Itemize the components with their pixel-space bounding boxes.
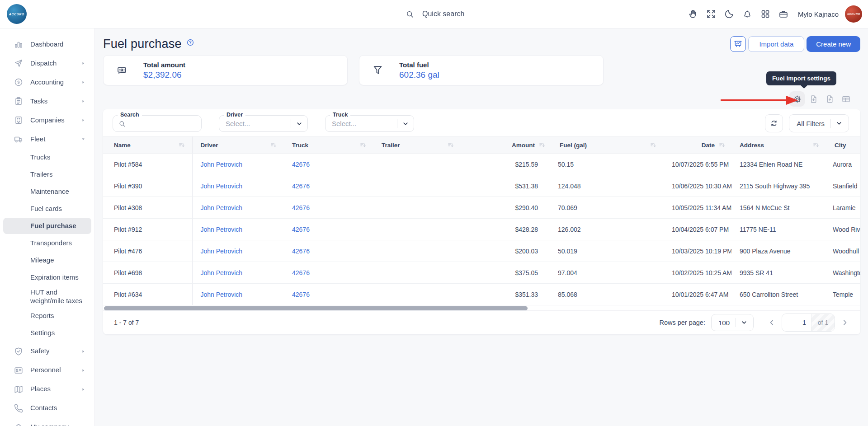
- sort-filter-icon[interactable]: [812, 141, 820, 149]
- truck-link[interactable]: 42676: [292, 291, 310, 298]
- rows-per-page-select[interactable]: 100: [711, 314, 754, 331]
- sort-filter-icon[interactable]: [178, 141, 186, 149]
- truck-link[interactable]: 42676: [292, 248, 310, 255]
- sidebar-item-fuel-purchase[interactable]: Fuel purchase: [3, 218, 91, 234]
- cell-fuel: 70.069: [552, 197, 664, 219]
- cell-truck: 42676: [284, 175, 373, 197]
- driver-link[interactable]: John Petrovich: [201, 248, 243, 255]
- search-input[interactable]: [126, 120, 201, 127]
- indent-spacer: [14, 311, 24, 321]
- import-file-button[interactable]: [806, 91, 821, 107]
- sidebar-item-fuel-cards[interactable]: Fuel cards: [3, 201, 91, 217]
- driver-link[interactable]: John Petrovich: [201, 226, 243, 233]
- driver-link[interactable]: John Petrovich: [201, 291, 243, 298]
- user-name[interactable]: Mylo Kajnaco: [798, 10, 839, 18]
- driver-select[interactable]: Driver Select...: [219, 115, 308, 132]
- drawer-button[interactable]: [778, 9, 789, 19]
- fullscreen-button[interactable]: [706, 9, 717, 19]
- sidebar-item-transponders[interactable]: Transponders: [3, 235, 91, 251]
- column-header-city[interactable]: City: [826, 137, 860, 154]
- table-row[interactable]: Pilot #308John Petrovich42676$290.4070.0…: [103, 197, 860, 219]
- quick-search-input[interactable]: [422, 10, 531, 18]
- truck-link[interactable]: 42676: [292, 183, 310, 190]
- import-data-button[interactable]: Import data: [748, 36, 804, 52]
- table-row[interactable]: Pilot #584John Petrovich42676$215.5950.1…: [103, 154, 860, 175]
- driver-link[interactable]: John Petrovich: [201, 269, 243, 276]
- sort-filter-icon[interactable]: [270, 141, 278, 149]
- sidebar-item-dashboard[interactable]: Dashboard: [3, 35, 91, 53]
- truck-link[interactable]: 42676: [292, 269, 310, 276]
- horizontal-scrollbar-thumb[interactable]: [104, 306, 528, 310]
- sort-filter-icon[interactable]: [718, 141, 726, 149]
- sidebar-item-safety[interactable]: Safety: [3, 342, 91, 360]
- column-header-amount[interactable]: Amount: [461, 137, 552, 154]
- sidebar-item-companies[interactable]: Companies: [3, 111, 91, 129]
- all-filters-dropdown[interactable]: All Filters: [789, 114, 849, 132]
- driver-link[interactable]: John Petrovich: [201, 161, 243, 168]
- export-file-button[interactable]: [822, 91, 837, 107]
- table-row[interactable]: Pilot #912John Petrovich42676$428.28126.…: [103, 219, 860, 240]
- truck-link[interactable]: 42676: [292, 226, 310, 233]
- table-row[interactable]: Pilot #634John Petrovich42676$351.3385.0…: [103, 284, 860, 305]
- column-header-truck[interactable]: Truck: [284, 137, 373, 154]
- sidebar-item-mileage[interactable]: Mileage: [3, 252, 91, 268]
- chevron-down-icon[interactable]: [295, 120, 303, 128]
- bell-button[interactable]: [742, 9, 753, 19]
- moon-button[interactable]: [724, 9, 735, 19]
- truck-select[interactable]: Truck Select...: [325, 115, 414, 132]
- table-row[interactable]: Pilot #390John Petrovich42676$531.38124.…: [103, 175, 860, 197]
- topbar-icons: [688, 9, 789, 19]
- create-new-button[interactable]: Create new: [807, 36, 860, 52]
- sort-filter-icon[interactable]: [447, 141, 455, 149]
- truck-link[interactable]: 42676: [292, 161, 310, 168]
- driver-link[interactable]: John Petrovich: [201, 183, 243, 190]
- stats-toggle-button[interactable]: [730, 36, 746, 52]
- sidebar-item-trucks[interactable]: Trucks: [3, 149, 91, 165]
- table-row[interactable]: Pilot #476John Petrovich42676$200.0350.0…: [103, 240, 860, 262]
- sidebar-item-reports[interactable]: Reports: [3, 308, 91, 324]
- hand-button[interactable]: [688, 9, 698, 19]
- sidebar-item-tasks[interactable]: Tasks: [3, 92, 91, 110]
- sidebar-item-dispatch[interactable]: Dispatch: [3, 54, 91, 72]
- chevron-down-icon[interactable]: [835, 119, 843, 127]
- sidebar-item-trailers[interactable]: Trailers: [3, 166, 91, 183]
- sidebar-item-my-company[interactable]: My company: [3, 418, 91, 426]
- sidebar-item-label: Transponders: [30, 239, 72, 248]
- refresh-button[interactable]: [765, 114, 783, 132]
- truck-link[interactable]: 42676: [292, 204, 310, 211]
- sidebar-item-settings[interactable]: Settings: [3, 325, 91, 342]
- column-header-date[interactable]: Date: [664, 137, 731, 154]
- indent-spacer: [14, 238, 24, 248]
- sidebar-item-hut-and-weight-mile-taxes[interactable]: HUT and weight/mile taxes: [3, 286, 91, 307]
- app-logo[interactable]: ACCURO: [7, 4, 27, 24]
- page-input[interactable]: [782, 314, 811, 331]
- column-settings-button[interactable]: [838, 91, 854, 107]
- column-header-address[interactable]: Address: [731, 137, 826, 154]
- chevron-down-icon[interactable]: [740, 318, 748, 327]
- help-icon[interactable]: [186, 38, 194, 47]
- sort-filter-icon[interactable]: [359, 141, 367, 149]
- sidebar-item-maintenance[interactable]: Maintenance: [3, 183, 91, 200]
- sort-filter-icon[interactable]: [650, 141, 657, 149]
- sort-filter-icon[interactable]: [538, 141, 546, 149]
- column-header-name[interactable]: Name: [103, 137, 192, 154]
- sidebar-item-personnel[interactable]: Personnel: [3, 361, 91, 379]
- sidebar-item-expiration-items[interactable]: Expiration items: [3, 269, 91, 286]
- apps-grid-button[interactable]: [760, 9, 771, 19]
- search-field[interactable]: Search: [113, 115, 202, 132]
- sidebar-item-contacts[interactable]: Contacts: [3, 399, 91, 417]
- driver-link[interactable]: John Petrovich: [201, 204, 243, 211]
- quick-search[interactable]: [405, 0, 531, 28]
- sidebar-item-places[interactable]: Places: [3, 380, 91, 398]
- table-row[interactable]: Pilot #698John Petrovich42676$375.0597.0…: [103, 262, 860, 284]
- column-header-fuel-gal[interactable]: Fuel (gal): [552, 137, 664, 154]
- previous-page-button[interactable]: [767, 318, 777, 328]
- next-page-button[interactable]: [840, 318, 850, 328]
- sidebar-item-fleet[interactable]: Fleet: [3, 130, 91, 148]
- column-header-trailer[interactable]: Trailer: [373, 137, 461, 154]
- sidebar-item-accounting[interactable]: $Accounting: [3, 73, 91, 91]
- cell-city: Laramie: [826, 197, 860, 219]
- column-header-driver[interactable]: Driver: [192, 137, 284, 154]
- chevron-down-icon[interactable]: [401, 120, 410, 128]
- user-avatar[interactable]: ACCURO: [845, 5, 862, 23]
